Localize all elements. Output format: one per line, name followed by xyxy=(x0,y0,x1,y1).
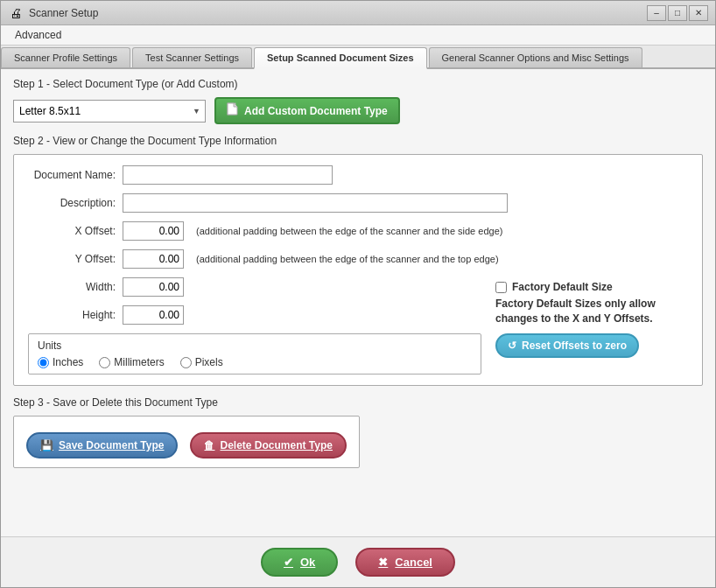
radio-pixels[interactable]: Pixels xyxy=(180,356,223,368)
doc-icon-add xyxy=(227,102,239,119)
main-window: 🖨 Scanner Setup – □ ✕ Advanced Scanner P… xyxy=(0,0,716,588)
ok-icon: ✔ xyxy=(284,556,293,569)
save-icon: 💾 xyxy=(40,439,53,452)
factory-note: Factory Default Sizes only allowchanges … xyxy=(495,297,688,326)
ok-btn-label: Ok xyxy=(300,556,315,569)
height-label: Height: xyxy=(28,309,116,321)
docname-label: Document Name: xyxy=(28,169,116,181)
cancel-btn-label: Cancel xyxy=(395,556,432,569)
delete-icon: 🗑 xyxy=(204,439,214,452)
tab-setup-scanned[interactable]: Setup Scanned Document Sizes xyxy=(254,47,426,69)
ok-button[interactable]: ✔ Ok xyxy=(261,548,338,577)
form-row-xoffset: X Offset: (additional padding between th… xyxy=(28,221,688,241)
units-label: Units xyxy=(38,340,472,352)
radio-inches[interactable]: Inches xyxy=(38,356,83,368)
tabs-bar: Scanner Profile Settings Test Scanner Se… xyxy=(1,46,715,69)
document-type-select[interactable]: Letter 8.5x11 Custom 1 Custom 2 xyxy=(13,100,206,122)
left-col: Width: Height: Units Inches xyxy=(28,277,481,374)
step3-buttons: 💾 Save Document Type 🗑 Delete Document T… xyxy=(26,432,347,458)
factory-checkbox-row: Factory Default Size xyxy=(495,281,688,293)
step2-box: Document Name: Description: X Offset: (a… xyxy=(13,154,703,386)
tab-scanner-profile[interactable]: Scanner Profile Settings xyxy=(1,47,130,67)
height-input[interactable] xyxy=(123,305,184,325)
factory-default-label: Factory Default Size xyxy=(512,281,613,293)
cancel-icon: ✖ xyxy=(378,556,388,569)
minimize-button[interactable]: – xyxy=(647,5,666,21)
right-col: Factory Default Size Factory Default Siz… xyxy=(495,277,688,361)
form-row-height: Height: xyxy=(28,305,481,325)
y-offset-input[interactable] xyxy=(123,249,184,269)
yoffset-hint: (additional padding between the edge of … xyxy=(196,254,499,264)
delete-document-type-button[interactable]: 🗑 Delete Document Type xyxy=(190,432,346,458)
step3-label: Step 3 - Save or Delete this Document Ty… xyxy=(13,396,703,409)
width-input[interactable] xyxy=(123,277,184,297)
yoffset-label: Y Offset: xyxy=(28,253,116,265)
form-row-yoffset: Y Offset: (additional padding between th… xyxy=(28,249,688,269)
xoffset-label: X Offset: xyxy=(28,225,116,237)
description-label: Description: xyxy=(28,197,116,209)
title-bar-left: 🖨 Scanner Setup xyxy=(8,5,98,21)
add-custom-button[interactable]: Add Custom Document Type xyxy=(214,97,400,124)
form-row-description: Description: xyxy=(28,193,688,213)
step1-label: Step 1 - Select Document Type (or Add Cu… xyxy=(13,78,703,90)
window-title: Scanner Setup xyxy=(29,7,98,19)
x-offset-input[interactable] xyxy=(123,221,184,241)
factory-default-checkbox[interactable] xyxy=(495,282,507,293)
cancel-button[interactable]: ✖ Cancel xyxy=(355,548,455,577)
bottom-bar: ✔ Ok ✖ Cancel xyxy=(1,536,715,587)
factory-box: Factory Default Size Factory Default Siz… xyxy=(495,277,688,361)
document-name-input[interactable] xyxy=(123,165,333,185)
step1-row: Letter 8.5x11 Custom 1 Custom 2 Add Cust… xyxy=(13,97,703,124)
radio-inches-input[interactable] xyxy=(38,357,49,368)
radio-pixels-input[interactable] xyxy=(180,357,192,368)
radio-millimeters-input[interactable] xyxy=(99,357,110,368)
radio-row: Inches Millimeters Pixels xyxy=(38,356,472,368)
save-btn-label: Save Document Type xyxy=(59,439,164,452)
close-button[interactable]: ✕ xyxy=(689,5,708,21)
two-col-lower: Width: Height: Units Inches xyxy=(28,277,688,374)
maximize-button[interactable]: □ xyxy=(668,5,687,21)
tab-general-scanner[interactable]: General Scanner Options and Misc Setting… xyxy=(429,47,642,67)
reset-btn-label: Reset Offsets to zero xyxy=(522,340,627,352)
document-type-select-wrapper: Letter 8.5x11 Custom 1 Custom 2 xyxy=(13,100,206,122)
radio-millimeters[interactable]: Millimeters xyxy=(99,356,164,368)
app-icon: 🖨 xyxy=(8,5,24,21)
save-document-type-button[interactable]: 💾 Save Document Type xyxy=(26,432,178,458)
form-row-docname: Document Name: xyxy=(28,165,688,185)
width-label: Width: xyxy=(28,281,116,293)
title-bar: 🖨 Scanner Setup – □ ✕ xyxy=(1,1,715,25)
description-input[interactable] xyxy=(123,193,508,213)
units-box: Units Inches Millimeters xyxy=(28,333,481,374)
title-controls: – □ ✕ xyxy=(647,5,708,21)
menu-item-advanced[interactable]: Advanced xyxy=(8,27,68,43)
step2-label: Step 2 - View or Change the Document Typ… xyxy=(13,135,703,147)
reset-offsets-button[interactable]: ↺ Reset Offsets to zero xyxy=(495,333,639,358)
reset-icon: ↺ xyxy=(508,340,516,352)
form-row-width: Width: xyxy=(28,277,481,297)
menu-bar: Advanced xyxy=(1,25,715,46)
delete-btn-label: Delete Document Type xyxy=(220,439,332,452)
tab-test-scanner[interactable]: Test Scanner Settings xyxy=(132,47,252,67)
xoffset-hint: (additional padding between the edge of … xyxy=(196,226,502,236)
step3-box: 💾 Save Document Type 🗑 Delete Document T… xyxy=(13,416,360,468)
content-area: Step 1 - Select Document Type (or Add Cu… xyxy=(1,69,715,536)
